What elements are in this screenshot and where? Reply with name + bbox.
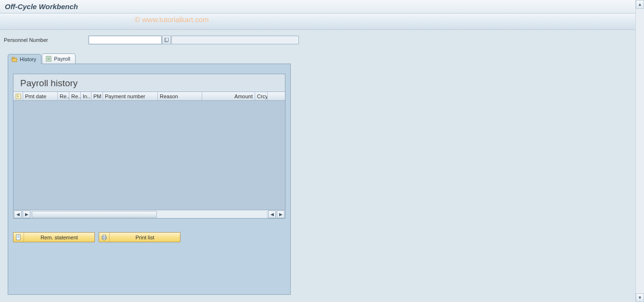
grid-hscroll: ◀ ▶ ◀ ▶	[13, 210, 285, 218]
tab-strip: History Payroll	[8, 53, 291, 64]
search-help-button[interactable]	[162, 36, 171, 44]
print-icon	[99, 233, 110, 242]
col-crcy[interactable]: Crcy	[255, 92, 268, 100]
svg-rect-3	[12, 57, 14, 59]
svg-rect-1	[166, 38, 168, 41]
tab-history[interactable]: History	[8, 54, 41, 64]
print-list-button[interactable]: Print list	[99, 232, 180, 242]
scroll-up-button[interactable]: ▲	[636, 0, 644, 9]
svg-rect-17	[103, 235, 105, 237]
svg-rect-12	[16, 235, 20, 240]
print-list-label: Print list	[110, 235, 180, 240]
grid-select-all-button[interactable]	[13, 92, 23, 100]
col-amount[interactable]: Amount	[202, 92, 255, 100]
application-toolbar	[0, 13, 644, 30]
page-title: Off-Cycle Workbench	[5, 2, 78, 11]
payroll-history-section: Payroll history Pmt date Re.. Re.. In..	[13, 74, 285, 219]
col-pm[interactable]: PM	[91, 92, 103, 100]
personnel-number-label: Personnel Number	[4, 37, 89, 43]
col-re2[interactable]: Re..	[69, 92, 81, 100]
search-help-icon	[164, 38, 169, 42]
svg-rect-14	[17, 236, 19, 237]
button-row: Rem. statement Print list	[13, 232, 285, 242]
svg-rect-15	[17, 237, 19, 238]
col-payment-number[interactable]: Payment number	[103, 92, 158, 100]
scroll-right-button[interactable]: ▶	[23, 210, 30, 218]
svg-rect-9	[17, 95, 18, 95]
scroll-left-end-button[interactable]: ◀	[268, 210, 276, 218]
grid-header-row: Pmt date Re.. Re.. In.. PM Payment numbe…	[13, 92, 285, 101]
scroll-down-button[interactable]: ▼	[636, 293, 644, 302]
scroll-left-button[interactable]: ◀	[14, 210, 22, 218]
content-area: Personnel Number History	[0, 30, 644, 299]
scroll-track[interactable]	[32, 211, 267, 218]
tab-payroll-label: Payroll	[54, 56, 70, 62]
personnel-number-input[interactable]	[89, 36, 162, 44]
grid-body-empty	[13, 101, 285, 210]
col-re1[interactable]: Re..	[58, 92, 69, 100]
svg-rect-11	[17, 97, 19, 97]
personnel-number-input-wrap	[89, 36, 299, 44]
history-icon	[11, 56, 18, 63]
col-in[interactable]: In..	[81, 92, 91, 100]
payroll-icon	[45, 55, 52, 62]
personnel-name-display	[171, 36, 299, 44]
svg-rect-18	[103, 238, 105, 240]
svg-rect-10	[17, 96, 19, 96]
col-reason[interactable]: Reason	[158, 92, 202, 100]
tab-body: Payroll history Pmt date Re.. Re.. In..	[8, 64, 291, 295]
col-pmt-date[interactable]: Pmt date	[23, 92, 58, 100]
vscroll-track[interactable]	[636, 9, 644, 293]
tab-payroll[interactable]: Payroll	[42, 53, 76, 64]
title-bar: Off-Cycle Workbench	[0, 0, 644, 13]
section-title: Payroll history	[13, 74, 285, 92]
scroll-thumb[interactable]	[32, 211, 157, 218]
rem-statement-button[interactable]: Rem. statement	[13, 232, 95, 242]
rem-statement-label: Rem. statement	[24, 235, 94, 240]
scroll-right-end-button[interactable]: ▶	[277, 210, 284, 218]
tab-history-label: History	[20, 56, 36, 62]
window-vscrollbar[interactable]: ▲ ▼	[635, 0, 644, 302]
document-icon	[13, 233, 24, 242]
tab-container: History Payroll Payroll history	[8, 53, 291, 295]
svg-rect-13	[17, 236, 19, 236]
personnel-number-field: Personnel Number	[4, 36, 640, 44]
select-all-icon	[15, 93, 21, 99]
